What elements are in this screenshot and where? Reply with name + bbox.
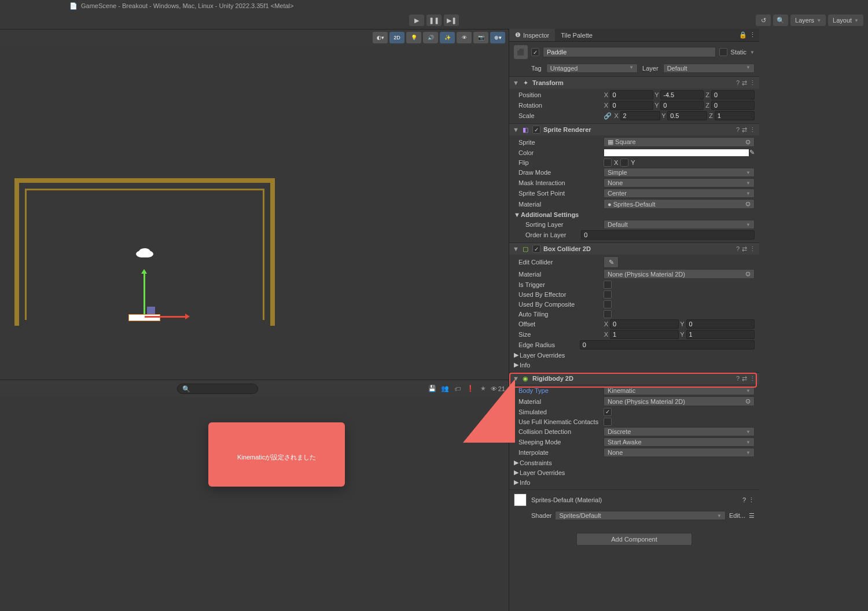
2d-toggle[interactable]: 2D [389,32,404,43]
static-checkbox[interactable] [719,48,727,56]
rotation-y[interactable] [660,101,704,110]
sprite-renderer-enabled[interactable]: ✓ [532,126,540,134]
is-trigger-checkbox[interactable] [604,281,612,289]
mask-dropdown[interactable]: None▼ [604,178,755,187]
gameobject-icon: ⬛ [514,45,528,59]
fx-toggle[interactable]: ✨ [440,32,455,43]
step-button[interactable]: ▶❚ [444,14,459,26]
layout-dropdown[interactable]: Layout▼ [828,14,863,26]
search-icon[interactable]: 🔍 [773,14,788,26]
simulated-checkbox[interactable]: ✓ [604,408,612,416]
size-y[interactable] [686,330,755,339]
layers-dropdown[interactable]: Layers▼ [790,14,826,26]
rigidbody-icon: ◉ [521,374,529,382]
sprite-renderer-foldout[interactable]: ▼ [513,126,518,133]
flip-y[interactable] [620,159,628,167]
order-in-layer-field[interactable] [581,230,755,240]
menu-icon[interactable]: ⋮ [749,79,756,87]
body-type-dropdown[interactable]: Kinematic▼ [604,386,755,395]
console-search[interactable] [177,384,258,394]
box-collider-foldout[interactable]: ▼ [513,245,518,252]
shader-dropdown[interactable]: Sprites/Default▼ [555,511,725,520]
window-title: GameScene - Breakout - Windows, Mac, Lin… [81,2,293,9]
document-icon: 📄 [69,2,78,10]
scale-x[interactable] [620,111,660,120]
shading-dropdown[interactable]: ◐▾ [373,32,388,43]
title-bar: 📄 GameScene - Breakout - Windows, Mac, L… [0,0,868,12]
selection-origin [147,307,155,315]
sorting-layer-dropdown[interactable]: Default▼ [604,220,755,229]
tag-icon[interactable]: 🏷 [453,384,463,394]
sleeping-mode-dropdown[interactable]: Start Awake▼ [604,437,755,447]
x-axis-gizmo[interactable] [145,316,188,318]
scene-toolbar: ◐▾ 2D 💡 🔊 ✨ 👁 📷 ⊕▾ [0,29,509,45]
edit-collider-button[interactable]: ✎ [604,256,619,268]
size-x[interactable] [610,330,678,339]
eyedropper-icon[interactable]: ✎ [749,149,755,156]
kinematic-contacts-checkbox[interactable] [604,418,612,426]
rb-material-field[interactable]: None (Physics Material 2D)⊙ [604,396,755,406]
tab-tile-palette[interactable]: Tile Palette [555,29,598,41]
edit-shader-button[interactable]: Edit... [729,512,745,519]
scale-z[interactable] [715,111,755,120]
menu-icon[interactable]: ⋮ [749,31,756,39]
flip-x[interactable] [604,159,612,167]
active-checkbox[interactable]: ✓ [531,48,539,56]
rotation-z[interactable] [711,101,755,110]
sort-point-dropdown[interactable]: Center▼ [604,189,755,198]
offset-x[interactable] [610,319,678,329]
paddle-sprite[interactable] [128,314,160,321]
transform-icon: ✦ [521,79,529,87]
lock-icon[interactable]: 🔒 [739,31,747,39]
gameobject-name-field[interactable] [543,47,716,57]
material-field[interactable]: ● Sprites-Default⊙ [604,199,755,209]
inspector-panel: ❶ Inspector Tile Palette 🔒 ⋮ ⬛ ✓ Static … [509,29,759,611]
used-by-composite-checkbox[interactable] [604,300,612,308]
package-icon[interactable]: 👥 [440,384,450,394]
annotation-callout: Kinematicが設定されました [208,422,345,487]
save-icon[interactable]: 💾 [427,384,437,394]
play-button[interactable]: ▶ [409,14,424,26]
draw-mode-dropdown[interactable]: Simple▼ [604,168,755,177]
rotation-x[interactable] [610,101,653,110]
tag-dropdown[interactable]: Untagged▼ [546,64,638,73]
y-axis-gizmo[interactable] [144,271,145,314]
list-icon[interactable]: ☰ [749,512,755,520]
gizmos-toggle[interactable]: ⊕▾ [490,32,505,43]
hidden-toggle[interactable]: 👁 [457,32,472,43]
scene-view[interactable] [0,45,509,352]
position-z[interactable] [711,90,755,100]
help-icon[interactable]: ? [742,496,746,503]
playback-controls: ▶ ❚❚ ▶❚ ↺ 🔍 Layers▼ Layout▼ [0,12,868,29]
layer-dropdown[interactable]: Default▼ [663,64,755,73]
preset-icon[interactable]: ⇄ [742,79,747,87]
ball-sprite[interactable] [139,251,150,257]
menu-icon[interactable]: ⋮ [748,496,755,504]
color-field[interactable] [604,149,749,157]
static-label: Static [731,49,747,56]
scale-link-icon[interactable]: 🔗 [604,112,612,120]
undo-history-icon[interactable]: ↺ [756,14,771,26]
sprite-field[interactable]: ▦ Square⊙ [604,137,755,147]
light-toggle[interactable]: 💡 [406,32,421,43]
position-x[interactable] [610,90,653,100]
static-dropdown[interactable]: ▼ [750,50,755,55]
add-component-button[interactable]: Add Component [576,533,692,546]
collider-material-field[interactable]: None (Physics Material 2D)⊙ [604,269,755,279]
pause-button[interactable]: ❚❚ [426,14,442,26]
help-icon[interactable]: ? [736,79,740,87]
edge-radius-field[interactable] [580,340,755,349]
transform-foldout[interactable]: ▼ [513,79,518,86]
audio-toggle[interactable]: 🔊 [423,32,438,43]
tag-label: Tag [531,65,542,72]
camera-toggle[interactable]: 📷 [473,32,488,43]
auto-tiling-checkbox[interactable] [604,310,612,318]
tab-inspector[interactable]: ❶ Inspector [509,29,555,41]
interpolate-dropdown[interactable]: None▼ [604,448,755,457]
box-collider-enabled[interactable]: ✓ [532,245,540,253]
collision-detection-dropdown[interactable]: Discrete▼ [604,427,755,436]
used-by-effector-checkbox[interactable] [604,290,612,299]
scale-y[interactable] [667,111,707,120]
position-y[interactable] [660,90,704,100]
offset-y[interactable] [686,319,755,329]
